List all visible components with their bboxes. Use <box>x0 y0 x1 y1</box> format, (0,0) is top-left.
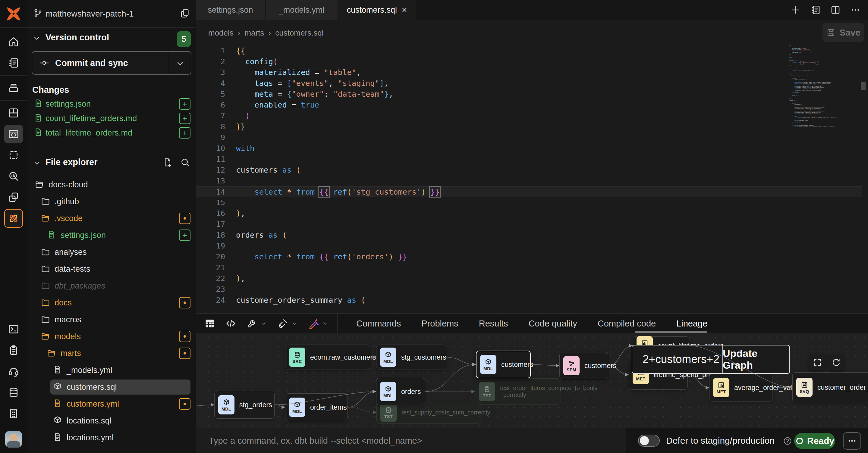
update-graph-button[interactable]: Update Graph <box>723 346 789 373</box>
breadcrumb-segment[interactable]: customers.sql <box>275 28 323 38</box>
file-tree-item-locations.sql[interactable]: locations.sql <box>27 412 195 429</box>
panel-tool-code-button[interactable] <box>225 318 237 329</box>
search-icon[interactable] <box>180 157 190 167</box>
code-line-21[interactable]: 21 <box>195 262 862 273</box>
code-line-5[interactable]: 5 meta = {"owner": "data-team"}, <box>195 89 862 99</box>
lineage-node-test_order_items[interactable]: TSTtest_order_items_compute_to_bools _co… <box>475 378 561 405</box>
breadcrumb[interactable]: models›marts›customers.sql <box>208 28 324 38</box>
breadcrumb-segment[interactable]: models <box>208 28 234 38</box>
status-badge-ready[interactable]: Ready <box>794 433 835 449</box>
stage-plus-badge[interactable]: + <box>179 112 190 124</box>
modified-dot-badge[interactable] <box>179 348 190 359</box>
notebook-icon[interactable] <box>810 4 821 15</box>
activity-item-stack[interactable] <box>0 77 27 98</box>
code-line-8[interactable]: 8}} <box>195 121 862 132</box>
editor-scrollbar[interactable] <box>861 82 866 90</box>
code-line-16[interactable]: 16), <box>195 208 862 219</box>
lineage-node-raw_customers[interactable]: SRCecom.raw_customers <box>285 345 370 370</box>
lineage-selector-input[interactable]: 2+customers+2 <box>632 346 723 373</box>
code-line-3[interactable]: 3 materialized = "table", <box>195 67 862 78</box>
chevron-down-icon[interactable] <box>321 320 329 327</box>
panel-tool-table-button[interactable] <box>204 318 216 329</box>
activity-item-atom[interactable] <box>0 208 27 229</box>
modified-dot-badge[interactable] <box>179 398 190 410</box>
copy-icon[interactable] <box>179 8 190 20</box>
editor-tab-customers.sql[interactable]: customers.sql× <box>338 0 416 20</box>
panel-tool-wrench-button[interactable] <box>246 318 267 329</box>
file-tree-item-customers.yml[interactable]: customers.yml <box>27 395 195 412</box>
lineage-node-avg_met[interactable]: METaverage_order_value <box>709 374 772 401</box>
code-line-2[interactable]: 2 config( <box>195 56 862 67</box>
modified-dot-badge[interactable] <box>179 331 190 342</box>
code-line-7[interactable]: 7 ) <box>195 110 862 121</box>
code-line-10[interactable]: 10with <box>195 143 862 154</box>
minimap[interactable]: {{ config( materialized = "table", tags … <box>789 45 841 129</box>
code-editor[interactable]: models›marts›customers.sql Save 1{{2 con… <box>195 20 868 313</box>
activity-item-compare[interactable] <box>0 187 27 208</box>
file-tree-item-dbt_packages[interactable]: dbt_packages <box>27 278 195 294</box>
help-question-icon[interactable] <box>783 436 792 447</box>
code-line-22[interactable]: 22), <box>195 273 862 284</box>
stage-plus-badge[interactable]: + <box>179 127 190 138</box>
file-tree-item-data-tests[interactable]: data-tests <box>27 261 195 278</box>
tabstrip-scrollbar[interactable] <box>635 331 707 333</box>
code-line-24[interactable]: 24customer_orders_summary as ( <box>195 295 862 305</box>
defer-toggle[interactable] <box>638 434 660 447</box>
code-line-4[interactable]: 4 tags = ["events", "staging"], <box>195 78 862 89</box>
file-tree-item-.github[interactable]: .github <box>27 193 195 210</box>
activity-item-code-window[interactable] <box>0 124 27 144</box>
file-tree-item-_models.yml[interactable]: _models.yml <box>27 362 195 379</box>
code-line-15[interactable]: 15 <box>195 197 862 208</box>
commit-and-sync-button[interactable]: Commit and sync <box>32 51 191 75</box>
stage-plus-badge[interactable]: + <box>179 229 190 241</box>
lineage-node-customers_sem[interactable]: SEMcustomers <box>559 352 608 379</box>
modified-dot-badge[interactable] <box>179 213 190 224</box>
activity-item-notebook[interactable] <box>0 53 27 73</box>
branch-header[interactable]: matthewshaver-patch-1 <box>27 0 195 28</box>
activity-item-chart-search[interactable] <box>0 166 27 187</box>
panel-tool-broom-button[interactable] <box>277 318 298 329</box>
stage-plus-badge[interactable]: + <box>179 98 190 110</box>
chevron-down-icon[interactable] <box>291 320 298 327</box>
activity-item-building[interactable] <box>0 403 27 424</box>
dbt-logo[interactable] <box>0 0 27 28</box>
save-button[interactable]: Save <box>823 23 864 42</box>
panel-tab-Commands[interactable]: Commands <box>346 314 411 333</box>
new-file-icon[interactable] <box>162 157 173 167</box>
activity-item-clipboard[interactable] <box>0 340 27 361</box>
panel-tab-Code quality[interactable]: Code quality <box>518 314 587 333</box>
code-line-17[interactable]: 17 <box>195 219 862 229</box>
code-line-14[interactable]: 14 select * from {{ ref('stg_customers')… <box>195 186 862 197</box>
more-options-icon[interactable] <box>850 4 861 15</box>
activity-item-grid[interactable] <box>0 102 27 124</box>
code-line-19[interactable]: 19 <box>195 240 862 251</box>
lineage-node-stg_customers[interactable]: MDLstg_customers <box>376 345 446 370</box>
new-tab-plus-icon[interactable] <box>790 4 801 15</box>
panel-tab-Results[interactable]: Results <box>469 314 518 333</box>
file-explorer-header[interactable]: File explorer <box>27 154 195 171</box>
file-tree-item-macros[interactable]: macros <box>27 311 195 328</box>
changed-file-row[interactable]: settings.json+ <box>27 97 195 111</box>
file-tree-item-analyses[interactable]: analyses <box>27 244 195 261</box>
code-line-12[interactable]: 12customers as ( <box>195 164 862 175</box>
file-tree-item-docs-cloud[interactable]: docs-cloud <box>27 176 195 193</box>
activity-item-terminal[interactable] <box>0 319 27 340</box>
panel-tab-Problems[interactable]: Problems <box>411 314 469 333</box>
code-line-18[interactable]: 18orders as ( <box>195 229 862 240</box>
changed-file-row[interactable]: total_lifetime_orders.md+ <box>27 126 195 140</box>
lineage-node-order_items[interactable]: MDLorder_items <box>285 393 347 421</box>
command-input[interactable]: Type a command, ex. dbt build --select <… <box>195 428 626 453</box>
file-tree-item-docs[interactable]: docs <box>27 294 195 311</box>
modified-dot-badge[interactable] <box>179 297 190 309</box>
lineage-node-stg_orders[interactable]: MDLstg_orders <box>214 391 275 419</box>
editor-tab-_models.yml[interactable]: _models.yml <box>266 0 338 20</box>
fullscreen-button[interactable] <box>809 354 826 370</box>
activity-item-database[interactable] <box>0 382 27 403</box>
user-avatar[interactable] <box>5 431 22 448</box>
code-line-11[interactable]: 11 <box>195 154 862 164</box>
refresh-graph-button[interactable] <box>828 354 844 370</box>
split-editor-icon[interactable] <box>830 4 841 15</box>
code-line-23[interactable]: 23 <box>195 284 862 295</box>
panel-tool-magic-button[interactable] <box>308 318 329 329</box>
code-line-13[interactable]: 13 <box>195 175 862 186</box>
